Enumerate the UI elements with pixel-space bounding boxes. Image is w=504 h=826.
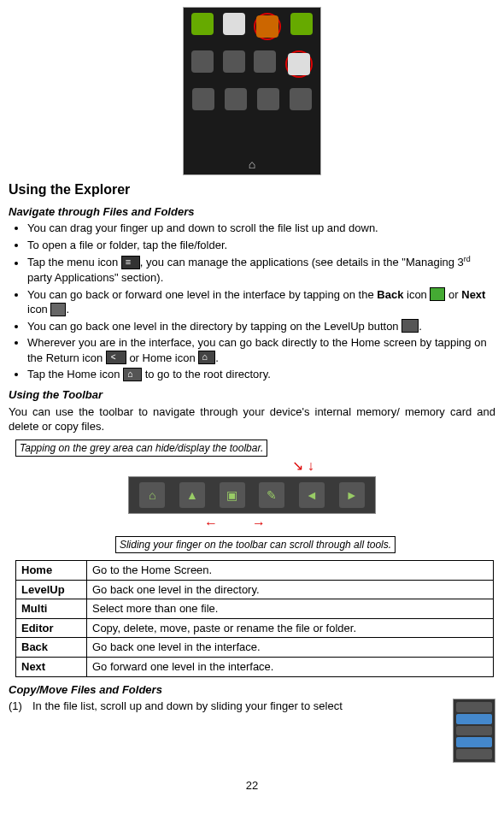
toolbar-subheading: Using the Toolbar [9, 387, 495, 403]
bold-back: Back [377, 288, 403, 301]
list-item: Tap the menu icon , you can manage the a… [27, 254, 495, 285]
copy-step-row: (1) In the file list, scroll up and down… [9, 699, 495, 763]
text: . [215, 351, 219, 364]
app-icon [290, 13, 313, 35]
text: . [66, 303, 69, 316]
bold-next: Next [461, 288, 485, 301]
app-icon [225, 88, 247, 110]
toolbar-icon: ◄ [299, 482, 325, 508]
cell-name: Back [16, 638, 87, 658]
toolbar-icon: ► [339, 482, 365, 508]
toolbar-icon: ▣ [220, 482, 245, 508]
superscript: rd [464, 255, 471, 263]
text: or Home icon [126, 351, 199, 364]
device-screenshot: ⌂ [183, 7, 321, 175]
text: , you can manage the applications (see d… [140, 257, 464, 269]
cell-desc: Copy, delete, move, paste or rename the … [87, 618, 494, 638]
text: You can go back or forward one level in … [27, 288, 377, 301]
table-row: HomeGo to the Home Screen. [16, 561, 494, 581]
app-icon [192, 88, 214, 110]
table-row: LevelUpGo back one level in the director… [16, 580, 494, 599]
home-icon [198, 351, 215, 364]
toolbar-icon: ⌂ [139, 482, 165, 508]
toolbar-icon: ✎ [259, 482, 284, 508]
app-icon [254, 50, 276, 73]
text: To open a file or folder, tap the file/f… [27, 239, 227, 251]
callout-bottom: Sliding your finger on the toolbar can s… [115, 536, 396, 553]
bullet-list: You can drag your finger up and down to … [9, 221, 495, 382]
text: party Applications" section). [27, 271, 163, 284]
cell-name: Editor [16, 618, 87, 638]
list-item: You can go back one level in the directo… [27, 319, 495, 334]
text: Tap the menu icon [27, 257, 121, 269]
cell-name: Multi [16, 599, 87, 619]
next-icon [50, 303, 66, 316]
callout-top: Tapping on the grey area can hide/displa… [15, 440, 267, 457]
text: Tap the Home icon [27, 368, 123, 381]
home-icon: ⌂ [184, 156, 320, 173]
list-item: Wherever you are in the interface, you c… [27, 335, 495, 365]
cell-name: Home [16, 561, 87, 581]
copy-subheading: Copy/Move Files and Folders [9, 682, 495, 698]
text: icon [27, 303, 50, 316]
table-row: EditorCopy, delete, move, paste or renam… [16, 618, 494, 638]
text: . [419, 320, 422, 333]
list-item: You can go back or forward one level in … [27, 287, 495, 317]
levelup-icon [401, 319, 419, 333]
step-text: In the file list, scroll up and down by … [32, 699, 448, 714]
return-icon [106, 351, 126, 364]
text: to go to the root directory. [142, 368, 271, 381]
section-title: Using the Explorer [9, 180, 495, 199]
cell-desc: Select more than one file. [87, 599, 494, 619]
table-row: BackGo back one level in the interface. [16, 638, 494, 658]
app-icon [191, 13, 214, 35]
slide-arrows-icon: ←→ [9, 514, 495, 533]
toolbar-table: HomeGo to the Home Screen. LevelUpGo bac… [15, 560, 494, 676]
toolbar-paragraph: You can use the toolbar to navigate thro… [9, 404, 495, 434]
nav-subheading: Navigate through Files and Folders [9, 204, 495, 220]
list-item: Tap the Home icon to go to the root dire… [27, 367, 495, 382]
highlight-circle [285, 50, 313, 78]
cell-desc: Go to the Home Screen. [87, 561, 494, 581]
filelist-thumbnail [453, 699, 495, 763]
list-item: You can drag your finger up and down to … [27, 221, 495, 236]
cell-desc: Go back one level in the interface. [87, 638, 494, 658]
text: icon [403, 288, 430, 301]
table-row: NextGo forward one level in the interfac… [16, 657, 494, 676]
toolbar-icon: ▲ [179, 482, 205, 508]
app-icon [256, 15, 278, 38]
arrow-down-icon: ↘ ↓ [60, 457, 504, 475]
cell-desc: Go forward one level in the interface. [87, 657, 494, 676]
app-icon [257, 88, 279, 110]
text: You can drag your finger up and down to … [27, 221, 378, 234]
app-icon [223, 13, 245, 35]
cell-name: LevelUp [16, 580, 87, 599]
toolbar-screenshot: ⌂ ▲ ▣ ✎ ◄ ► [128, 476, 376, 514]
list-item: To open a file or folder, tap the file/f… [27, 238, 495, 253]
table-row: MultiSelect more than one file. [16, 599, 494, 619]
home-root-icon [123, 368, 142, 381]
app-icon [191, 50, 214, 73]
toolbar-figure: ↘ ↓ ⌂ ▲ ▣ ✎ ◄ ► ←→ [9, 458, 495, 533]
step-number: (1) [9, 699, 32, 714]
app-icon [290, 88, 312, 110]
cell-name: Next [16, 657, 87, 676]
app-icon [223, 50, 245, 73]
highlight-circle [254, 13, 281, 40]
app-icon [288, 53, 310, 75]
menu-icon [121, 256, 140, 269]
page-number: 22 [9, 778, 495, 794]
text: You can go back one level in the directo… [27, 320, 401, 333]
cell-desc: Go back one level in the directory. [87, 580, 494, 599]
text: or [445, 288, 461, 301]
back-icon [430, 287, 445, 301]
text: Wherever you are in the interface, you c… [27, 336, 487, 364]
